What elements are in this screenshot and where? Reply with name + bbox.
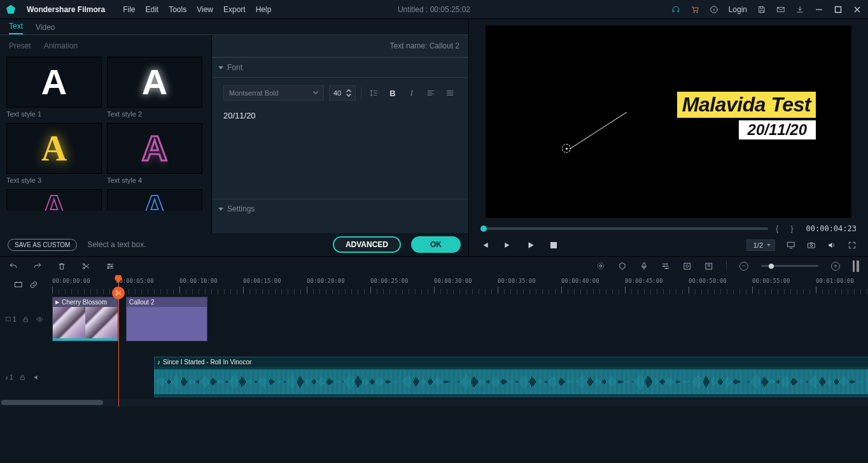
record-voice-icon[interactable] [640, 262, 648, 271]
svg-rect-8 [808, 243, 815, 248]
text-content-editor[interactable]: 20/11/20 [223, 108, 457, 191]
video-clip[interactable]: ▶Cherry Blossom [52, 297, 118, 341]
ruler-tick: 00:00:20:00 [307, 278, 345, 284]
font-family-select[interactable]: Montserrat Bold [223, 85, 324, 101]
ruler-tick: 00:00:35:00 [498, 278, 536, 284]
timeline: 00:00:00:0000:00:05:0000:00:10:0000:00:1… [0, 275, 868, 406]
zoom-out-button[interactable]: − [739, 262, 748, 271]
play-button[interactable] [526, 241, 535, 250]
split-icon[interactable] [81, 262, 90, 271]
download-icon[interactable] [795, 5, 804, 14]
hint-text: Select a text box. [87, 240, 146, 249]
support-icon[interactable] [671, 5, 680, 14]
ok-button[interactable]: OK [411, 236, 461, 253]
next-frame-button[interactable] [503, 241, 512, 250]
music-icon: ♪ [157, 359, 160, 366]
zoom-slider[interactable] [761, 265, 818, 267]
info-icon[interactable] [710, 5, 718, 14]
subtab-animation[interactable]: Animation [44, 41, 78, 50]
volume-icon[interactable] [827, 241, 836, 250]
text-style-5-partial[interactable]: A [6, 189, 102, 211]
tab-video[interactable]: Video [36, 23, 55, 34]
prev-frame-button[interactable] [480, 241, 489, 250]
bold-button[interactable]: B [386, 86, 400, 100]
render-icon[interactable] [704, 262, 713, 271]
tab-text[interactable]: Text [9, 22, 23, 34]
callout-text-box[interactable]: Malavida Test 20/11/20 [677, 92, 816, 139]
adjust-icon[interactable] [106, 262, 115, 271]
redo-icon[interactable] [33, 262, 42, 271]
timeline-h-scrollbar[interactable] [0, 399, 868, 406]
fit-timeline-icon[interactable] [14, 280, 23, 289]
mute-track-icon[interactable] [32, 373, 41, 381]
menu-tools[interactable]: Tools [169, 5, 186, 14]
svg-point-1 [696, 11, 697, 13]
preview-viewport[interactable]: Malavida Test 20/11/20 [486, 25, 851, 218]
text-style-6-partial[interactable]: A [107, 189, 202, 211]
color-wheel-icon[interactable] [596, 262, 605, 271]
audio-track-lane[interactable]: ♪Since I Started - Roll In Vinocor [52, 355, 868, 399]
display-icon[interactable] [787, 241, 795, 250]
keyframe-icon[interactable] [683, 262, 692, 271]
fullscreen-icon[interactable] [848, 241, 857, 250]
preview-scale-select[interactable]: 1/2 [746, 239, 775, 251]
menu-file[interactable]: File [123, 5, 135, 14]
italic-button[interactable]: I [405, 86, 419, 100]
window-minimize-icon[interactable] [815, 5, 823, 14]
subtab-preset[interactable]: Preset [9, 41, 31, 50]
timeline-options-icon[interactable] [853, 260, 859, 272]
audio-clip[interactable]: ♪Since I Started - Roll In Vinocor [154, 357, 868, 397]
text-clip[interactable]: Callout 2 [126, 297, 207, 341]
menu-help[interactable]: Help [256, 5, 272, 14]
login-button[interactable]: Login [729, 5, 747, 14]
timeline-ruler[interactable]: 00:00:00:0000:00:05:0000:00:10:0000:00:1… [52, 275, 868, 294]
marker-icon[interactable] [618, 262, 627, 271]
svg-point-10 [83, 263, 85, 265]
svg-rect-3 [778, 7, 785, 11]
cart-icon[interactable] [690, 5, 699, 14]
menu-view[interactable]: View [197, 5, 213, 14]
text-style-3[interactable]: A Text style 3 [6, 123, 102, 184]
window-close-icon[interactable] [853, 5, 862, 14]
save-as-custom-button[interactable]: SAVE AS CUSTOM [8, 239, 77, 251]
callout-leader-line [570, 112, 627, 149]
zoom-in-button[interactable]: + [831, 262, 840, 271]
font-size-input[interactable]: 40 [329, 85, 356, 101]
svg-point-19 [664, 266, 665, 267]
lock-track-icon[interactable] [18, 373, 27, 381]
settings-section-header[interactable]: Settings [212, 199, 468, 218]
align-left-icon[interactable] [424, 86, 438, 100]
text-style-2[interactable]: A Text style 2 [107, 57, 202, 118]
visibility-icon[interactable] [36, 315, 45, 324]
video-track-lane[interactable]: ▶Cherry Blossom Callout 2 [52, 294, 868, 344]
scrollbar-thumb[interactable] [1, 400, 103, 405]
link-toggle-icon[interactable] [29, 280, 38, 289]
snapshot-icon[interactable] [807, 241, 816, 250]
font-section-header[interactable]: Font [212, 57, 468, 77]
mixer-icon[interactable] [661, 262, 670, 271]
align-justify-icon[interactable] [443, 86, 457, 100]
chevron-down-icon [313, 90, 318, 96]
timeline-playhead[interactable] [118, 275, 119, 406]
delete-icon[interactable] [57, 262, 66, 271]
audio-waveform [155, 367, 868, 397]
ruler-tick: 00:00:30:00 [434, 278, 472, 284]
window-maximize-icon[interactable] [834, 5, 843, 14]
playhead-split-icon[interactable] [112, 287, 125, 299]
save-icon[interactable] [757, 5, 766, 14]
undo-icon[interactable] [9, 262, 18, 271]
zoom-knob[interactable] [769, 264, 774, 269]
preview-scrubber[interactable] [480, 227, 768, 230]
menu-export[interactable]: Export [223, 5, 246, 14]
trim-brackets[interactable]: { } [776, 224, 798, 233]
text-style-1[interactable]: A Text style 1 [6, 57, 102, 118]
advanced-button[interactable]: ADVANCED [333, 236, 401, 253]
line-spacing-icon[interactable] [367, 86, 381, 100]
mail-icon[interactable] [776, 5, 785, 14]
lock-track-icon[interactable] [22, 315, 31, 324]
menu-edit[interactable]: Edit [145, 5, 158, 14]
stop-button[interactable] [549, 241, 558, 250]
scrubber-knob[interactable] [480, 225, 487, 232]
title-bar: Wondershare Filmora File Edit Tools View… [0, 0, 868, 19]
text-style-4[interactable]: A Text style 4 [107, 123, 202, 184]
